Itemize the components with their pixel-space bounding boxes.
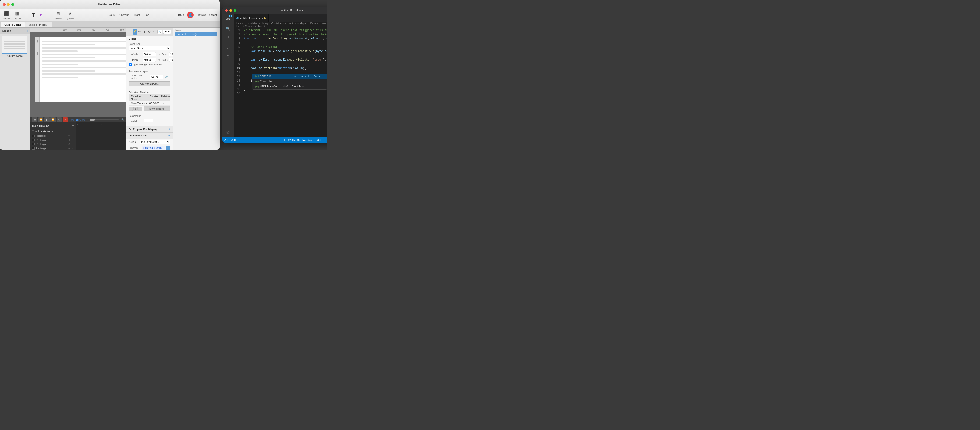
si-tool-bezier[interactable]: ✏ [137,29,142,35]
chrome-icon[interactable]: 🌐 [187,12,194,18]
toolbar-layouts[interactable]: ▦ Layouts [14,10,21,20]
timeline-step-back-btn[interactable]: ⏪ [38,117,43,122]
hype-main-area: Scenes + Untitled Scene [0,27,220,150]
vs-status-position[interactable]: Ln 12, Col 16 [284,139,299,142]
vs-search-icon[interactable]: 🔍 [225,25,231,32]
height-scale-input[interactable] [169,58,173,62]
breakpoint-label: Breakpoint width [131,74,149,80]
timeline-loop-btn[interactable]: ↻ [57,117,62,122]
on-prepare-display-add-icon[interactable]: + [169,127,170,131]
name-panel-header: Name [175,29,217,32]
si-tool-text[interactable]: T [142,29,147,35]
si-search-box[interactable]: 🔍 [158,30,162,34]
timeline-skip-back-btn[interactable]: ⏮ [32,117,37,122]
toolbar-elements[interactable]: ⊞ Elements [54,10,63,20]
layer-2-checkbox[interactable] [32,139,35,141]
vs-git-icon[interactable]: ⑂ [225,35,231,41]
vs-close-btn[interactable] [225,9,228,12]
layer-3-checkbox[interactable] [32,143,35,145]
timeline-table-row-1: Main Timeline 00:00,00 □ [129,101,170,106]
main-timeline-label-row: Main Timeline ▼ [30,123,76,129]
function-select[interactable]: js untitledFunction() [142,146,165,150]
vs-status-encoding[interactable]: UTF-8 [317,139,324,142]
add-scene-button[interactable]: + [26,29,28,33]
toolbar-text-tool[interactable]: T [30,12,37,18]
width-scale-input[interactable] [169,52,173,56]
on-scene-load-add-icon[interactable]: + [169,134,170,137]
layer-4-checkbox[interactable] [32,147,35,150]
preset-sizes-dropdown[interactable]: Preset Sizes [129,46,170,51]
zoom-control[interactable]: 100% [178,14,184,16]
timeline-play-btn[interactable]: ▶ [45,117,49,122]
vs-settings-gear-icon[interactable]: ⚙ [225,129,231,135]
toolbar-symbol-tool[interactable]: ✦ [38,12,44,18]
timeline-step-fwd-btn[interactable]: ⏩ [51,117,56,122]
timeline-collapse-icon[interactable]: ▼ [72,124,74,127]
toolbar-ungroup-btn[interactable]: Ungroup [119,14,129,16]
ac-item-Console[interactable]: (e)Console [253,79,327,84]
vs-tab-untitled-fn[interactable]: JS untitledFunction.js [234,14,269,22]
si-scene-section-header: Scene [126,36,173,41]
scene-thumb-image [2,36,27,54]
on-prepare-display-section[interactable]: On Prepare For Display + [126,126,173,132]
ruler-mark-4: 400 [106,29,109,31]
si-filter-dropdown[interactable]: All [163,30,171,34]
hype-title-bar: Untitled — Edited [0,0,220,9]
si-tool-pointer[interactable]: ⊡ [128,29,133,35]
si-tool-scene[interactable]: ⚡ [133,29,138,35]
add-new-layout-btn[interactable]: Add New Layout... [129,81,170,86]
toolbar-preview[interactable]: Preview [196,14,205,16]
toolbar-symbols[interactable]: ◈ Symbols [66,10,74,20]
layer-3-visibility-icon[interactable]: 👁 [68,143,70,146]
close-button[interactable] [3,3,6,6]
scene-thumbnail[interactable]: Untitled Scene [0,34,30,59]
layer-2-visibility-icon[interactable]: 👁 [68,139,70,142]
timeline-settings-btn[interactable]: ⚙ [134,107,138,111]
vs-status-bar: ⊘ 0 ⚠ 0 Ln 12, Col 16 Tab Size: 4 UTF-8 … [222,137,327,143]
width-input[interactable] [143,52,156,56]
si-tool-gear[interactable]: ⚙ [147,29,152,35]
remove-timeline-btn[interactable]: − [138,107,142,111]
timeline-tracks[interactable]: 0 1 2 3 4 [76,123,126,150]
maximize-button[interactable] [11,3,14,6]
vs-min-btn[interactable] [229,9,232,12]
on-scene-load-section[interactable]: On Scene Load + [126,132,173,139]
timeline-record-btn[interactable]: ● [63,117,68,122]
toolbar-front-btn[interactable]: Front [134,14,140,16]
vs-status-tab-size[interactable]: Tab Size: 4 [302,139,315,142]
toolbar-scenes[interactable]: ⬛ Scenes [3,10,10,20]
vs-code-editor[interactable]: 1 2 3 4 5 6 7 8 9 10 11 12 13 14 15 16 [234,27,327,137]
height-input[interactable] [143,58,156,62]
action-dropdown[interactable]: Run JavaScript... [140,140,170,144]
color-swatch[interactable] [144,119,153,123]
toolbar-inspect[interactable]: Inspect [208,14,217,16]
layer-1-checkbox[interactable] [32,135,35,137]
vs-extensions-icon[interactable]: ⬡ [225,53,231,60]
toolbar-group-btn[interactable]: Group [107,14,115,16]
timeline-scrubber[interactable] [90,119,119,120]
code-line-9 [244,62,327,67]
vs-max-btn[interactable] [234,9,236,12]
tab-untitled-function[interactable]: untitledFunction() [25,22,52,27]
layer-4-visibility-icon[interactable]: 👁 [68,147,70,150]
canvas-content[interactable]: 100 200 [30,32,126,117]
show-timeline-btn[interactable]: Show Timeline [144,106,170,111]
breakpoint-input[interactable] [150,75,163,79]
layer-1-visibility-icon[interactable]: 👁 [68,135,70,137]
name-panel-selected-item[interactable]: untitledFunction() [175,32,217,36]
minimize-button[interactable] [7,3,10,6]
add-timeline-btn[interactable]: + [129,107,133,111]
toolbar-back-btn[interactable]: Back [145,14,150,16]
si-tool-info[interactable]: ℹ [152,29,157,35]
breakpoint-row: Breakpoint width 🔗 [129,73,170,80]
ac-item-HTMLFormControlsCollection[interactable]: (e)HTMLFormControlsCollection [253,84,327,89]
height-scale-checkbox[interactable]: □ [158,59,159,61]
width-scale-checkbox[interactable]: □ [158,53,159,56]
vs-status-line-ending[interactable]: LF [327,139,327,142]
ac-item-console[interactable]: (e)console var console: Console [253,74,327,79]
function-add-btn[interactable]: + [166,146,170,150]
stage[interactable] [40,37,126,102]
apply-changes-checkbox[interactable] [129,63,132,66]
tab-untitled-scene[interactable]: Untitled Scene [1,22,25,27]
vs-debug-icon[interactable]: ▷ [225,44,231,51]
